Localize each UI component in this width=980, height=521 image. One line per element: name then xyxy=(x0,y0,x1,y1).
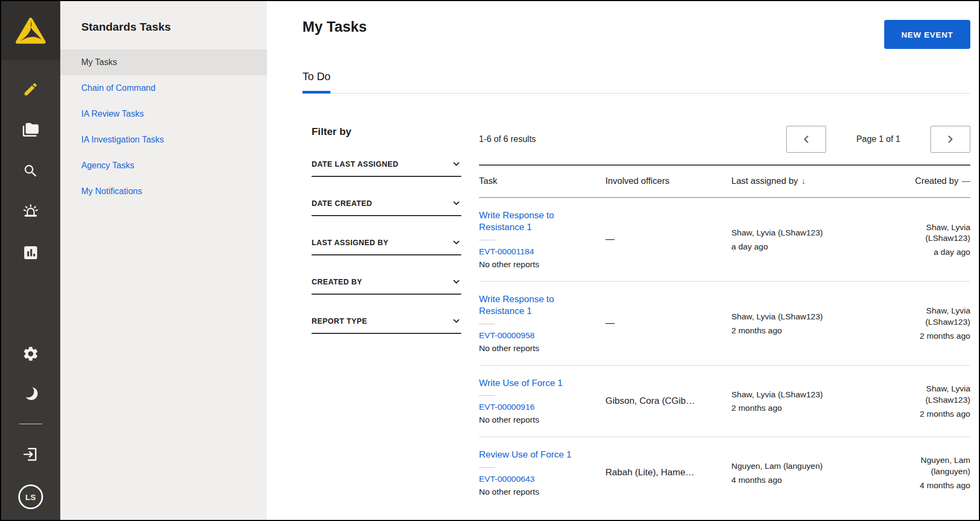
sidebar-item-chain-of-command[interactable]: Chain of Command xyxy=(60,75,267,101)
task-link[interactable]: Write Response to Resistance 1 xyxy=(479,294,572,318)
task-link[interactable]: Write Response to Resistance 1 xyxy=(479,210,572,234)
cell-divider xyxy=(479,324,495,324)
cell-divider xyxy=(479,240,495,240)
task-link[interactable]: Write Use of Force 1 xyxy=(479,377,572,389)
reports-note: No other reports xyxy=(479,260,605,269)
column-header-task[interactable]: Task xyxy=(479,176,605,186)
involved-officers-cell: Gibson, Cora (CGib… xyxy=(605,396,731,406)
sidebar-item-ia-review-tasks[interactable]: IA Review Tasks xyxy=(60,101,267,127)
task-cell: Review Use of Force 1 EVT-00000643 No ot… xyxy=(479,449,605,496)
task-link[interactable]: Review Use of Force 1 xyxy=(479,449,572,461)
column-header-involved-officers[interactable]: Involved officers xyxy=(605,176,731,186)
event-link[interactable]: EVT-00001184 xyxy=(479,247,534,256)
sidebar-item-my-notifications[interactable]: My Notifications xyxy=(60,179,267,204)
event-link[interactable]: EVT-00000916 xyxy=(479,402,534,412)
created-by-cell: Shaw, Lyvia (LShaw123) 2 months ago xyxy=(885,305,970,341)
involved-officers-cell: Rabah (Lite), Hame… xyxy=(605,467,731,478)
column-header-created-by[interactable]: Created by— xyxy=(865,176,970,186)
task-cell: Write Response to Resistance 1 EVT-00000… xyxy=(479,294,605,353)
table-row: Write Response to Resistance 1 EVT-00001… xyxy=(479,198,970,282)
pencil-icon[interactable] xyxy=(21,80,40,99)
chevron-down-icon xyxy=(452,277,461,287)
page-indicator: Page 1 of 1 xyxy=(856,134,900,144)
avatar[interactable]: LS xyxy=(18,484,43,509)
sidebar-title: Standards Tasks xyxy=(60,20,267,33)
filter-last-assigned-by[interactable]: LAST ASSIGNED BY xyxy=(312,238,461,255)
filter-date-last-assigned[interactable]: DATE LAST ASSIGNED xyxy=(312,159,461,177)
filter-heading: Filter by xyxy=(312,126,461,138)
involved-officers-cell: — xyxy=(605,234,731,245)
sidebar-item-ia-investigation-tasks[interactable]: IA Investigation Tasks xyxy=(60,127,267,153)
table-row: Write Use of Force 1 EVT-00000916 No oth… xyxy=(479,366,970,437)
event-link[interactable]: EVT-00000643 xyxy=(479,474,534,484)
rail-divider xyxy=(19,424,42,424)
axon-delta-icon xyxy=(15,17,46,45)
next-page-button[interactable] xyxy=(930,126,970,153)
last-assigned-by-cell: Shaw, Lyvia (LShaw123) a day ago xyxy=(731,227,865,252)
new-event-button[interactable]: NEW EVENT xyxy=(884,20,970,49)
column-header-last-assigned-by[interactable]: Last assigned by↓ xyxy=(731,176,865,186)
icon-rail: LS xyxy=(1,1,60,520)
task-cell: Write Use of Force 1 EVT-00000916 No oth… xyxy=(479,377,605,425)
reports-note: No other reports xyxy=(479,415,605,425)
moon-icon[interactable] xyxy=(21,384,40,403)
pagination: Page 1 of 1 xyxy=(786,126,970,153)
reports-note: No other reports xyxy=(479,487,605,497)
prev-page-button[interactable] xyxy=(786,126,826,153)
reports-note: No other reports xyxy=(479,344,605,353)
sidebar-item-agency-tasks[interactable]: Agency Tasks xyxy=(60,153,267,179)
chevron-right-icon xyxy=(944,133,956,145)
cell-divider xyxy=(479,467,495,468)
tab-to-do[interactable]: To Do xyxy=(302,70,330,94)
chevron-down-icon xyxy=(452,159,461,169)
bar-chart-icon[interactable] xyxy=(21,243,40,262)
results-section: 1-6 of 6 results Page 1 of 1 xyxy=(479,126,970,520)
search-icon[interactable] xyxy=(21,161,40,181)
sort-desc-icon: ↓ xyxy=(801,176,806,185)
filter-created-by[interactable]: CREATED BY xyxy=(312,277,461,295)
results-summary: 1-6 of 6 results xyxy=(479,134,536,144)
main-content: My Tasks NEW EVENT To Do Filter by DATE … xyxy=(267,1,979,520)
content-area: Filter by DATE LAST ASSIGNED DATE CREATE… xyxy=(302,126,970,520)
tasks-table: Task Involved officers Last assigned by↓… xyxy=(479,165,970,509)
chevron-left-icon xyxy=(800,133,812,145)
results-bar: 1-6 of 6 results Page 1 of 1 xyxy=(479,126,970,153)
app-logo[interactable] xyxy=(1,1,60,60)
sidebar: Standards Tasks My Tasks Chain of Comman… xyxy=(60,1,267,520)
folders-icon[interactable] xyxy=(21,120,40,140)
task-cell: Write Response to Resistance 1 EVT-00001… xyxy=(479,210,605,269)
filter-panel: Filter by DATE LAST ASSIGNED DATE CREATE… xyxy=(312,126,461,520)
rail-nav-group xyxy=(21,80,40,262)
rail-bottom-group: LS xyxy=(18,344,43,509)
table-row: Write Response to Resistance 1 EVT-00000… xyxy=(479,282,970,366)
gear-icon[interactable] xyxy=(21,344,40,363)
table-header-row: Task Involved officers Last assigned by↓… xyxy=(479,166,970,198)
last-assigned-by-cell: Shaw, Lyvia (LShaw123) 2 months ago xyxy=(731,311,865,336)
cell-divider xyxy=(479,395,495,396)
main-header: My Tasks NEW EVENT xyxy=(302,1,970,49)
event-link[interactable]: EVT-00000958 xyxy=(479,331,534,340)
chevron-down-icon xyxy=(452,198,461,208)
created-by-cell: Shaw, Lyvia (LShaw123) a day ago xyxy=(885,222,970,258)
logout-icon[interactable] xyxy=(21,445,40,464)
created-by-cell: Nguyen, Lam (languyen) 4 months ago xyxy=(885,455,970,490)
filter-date-created[interactable]: DATE CREATED xyxy=(312,198,461,216)
chevron-down-icon xyxy=(452,238,461,247)
last-assigned-by-cell: Nguyen, Lam (languyen) 4 months ago xyxy=(731,461,865,485)
tab-bar: To Do xyxy=(302,70,970,94)
app-window: LS Standards Tasks My Tasks Chain of Com… xyxy=(0,0,980,521)
siren-icon[interactable] xyxy=(21,202,40,222)
involved-officers-cell: — xyxy=(605,318,731,329)
created-by-cell: Shaw, Lyvia (LShaw123) 2 months ago xyxy=(885,383,970,419)
filter-report-type[interactable]: REPORT TYPE xyxy=(312,316,461,334)
sort-none-icon: — xyxy=(962,176,970,185)
sidebar-item-my-tasks[interactable]: My Tasks xyxy=(60,49,267,75)
table-row: Review Use of Force 1 EVT-00000643 No ot… xyxy=(479,437,970,508)
avatar-initials: LS xyxy=(25,493,36,502)
last-assigned-by-cell: Shaw, Lyvia (LShaw123) 2 months ago xyxy=(731,389,865,413)
page-title: My Tasks xyxy=(302,19,367,35)
chevron-down-icon xyxy=(452,316,461,326)
